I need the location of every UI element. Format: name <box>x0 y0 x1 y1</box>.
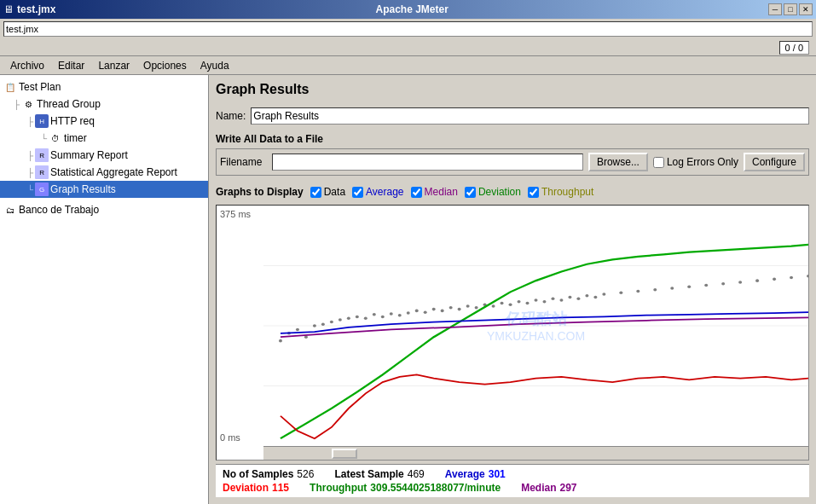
checkbox-data[interactable]: Data <box>310 186 345 198</box>
svg-point-12 <box>347 316 350 320</box>
svg-point-4 <box>279 339 282 343</box>
svg-point-40 <box>585 294 588 298</box>
graph-display-label: Graphs to Display <box>216 186 304 198</box>
check-average[interactable] <box>352 187 363 198</box>
graph-svg-container: 亿码酷站 YMKUZHAN.COM <box>263 206 808 446</box>
check-deviation[interactable] <box>465 187 476 198</box>
sidebar-label-test-plan: Test Plan <box>19 81 61 93</box>
label-throughput: Throughput <box>541 186 593 198</box>
label-median: Median <box>425 186 458 198</box>
svg-point-34 <box>535 298 538 302</box>
svg-point-53 <box>790 276 793 280</box>
http-icon: H <box>35 114 49 128</box>
svg-point-14 <box>364 316 367 320</box>
connector-summary: ├ <box>27 151 33 160</box>
log-errors-checkbox[interactable]: Log Errors Only <box>653 156 738 168</box>
configure-button[interactable]: Configure <box>744 153 805 171</box>
y-axis-bottom: 0 ms <box>220 432 260 443</box>
stat-no-of-samples: No of Samples 526 <box>223 468 314 480</box>
menu-lanzar[interactable]: Lanzar <box>91 58 136 73</box>
statistical-icon: R <box>35 165 49 179</box>
checkbox-deviation[interactable]: Deviation <box>465 186 521 198</box>
svg-point-43 <box>619 291 622 294</box>
sidebar-item-statistical[interactable]: ├ R Statistical Aggregate Report <box>0 164 208 181</box>
stat-latest-sample: Latest Sample 469 <box>334 468 424 480</box>
svg-point-47 <box>687 285 691 288</box>
svg-point-17 <box>390 312 393 316</box>
svg-point-31 <box>509 304 512 307</box>
svg-point-42 <box>602 293 605 296</box>
banco-icon: 🗂 <box>3 203 17 217</box>
menu-bar: Archivo Editar Lanzar Opciones Ayuda <box>0 56 816 75</box>
svg-point-20 <box>415 310 419 313</box>
svg-point-22 <box>432 308 436 311</box>
sidebar-item-thread-group[interactable]: ├ ⚙ Thread Group <box>0 96 208 113</box>
menu-editar[interactable]: Editar <box>51 58 91 73</box>
check-throughput[interactable] <box>528 187 539 198</box>
sidebar-item-graph-results[interactable]: └ G Graph Results <box>0 181 208 198</box>
name-label: Name: <box>216 110 246 122</box>
write-section: Write All Data to a File Filename Browse… <box>216 133 809 182</box>
throughput-value: 309.5544025188077/minute <box>370 482 501 494</box>
svg-point-25 <box>458 308 461 311</box>
stats-row2: Deviation 115 Throughput 309.55440251880… <box>223 482 802 494</box>
deviation-label: Deviation <box>223 482 269 494</box>
svg-point-49 <box>721 282 725 286</box>
maximize-button[interactable]: □ <box>784 3 797 15</box>
check-data[interactable] <box>310 187 321 198</box>
minimize-button[interactable]: ─ <box>768 3 782 15</box>
sidebar-item-test-plan[interactable]: 📋 Test Plan <box>0 78 208 96</box>
counter-display: 0 / 0 <box>779 41 809 55</box>
svg-point-11 <box>339 318 342 322</box>
graph-scrollbar[interactable] <box>263 446 808 460</box>
svg-point-50 <box>738 281 742 284</box>
menu-opciones[interactable]: Opciones <box>136 58 194 73</box>
svg-point-32 <box>518 300 521 304</box>
svg-point-24 <box>449 306 453 310</box>
graph-inner: 375 ms 0 ms <box>217 206 808 446</box>
name-input[interactable] <box>251 107 809 125</box>
check-median[interactable] <box>411 187 422 198</box>
connector-timer: └ <box>41 134 47 143</box>
connector-stat: ├ <box>27 168 33 177</box>
connector-http: ├ <box>27 117 33 126</box>
svg-point-45 <box>653 288 657 292</box>
menu-archivo[interactable]: Archivo <box>3 58 51 73</box>
deviation-value: 115 <box>272 482 289 494</box>
connector-graph: └ <box>27 185 33 194</box>
svg-point-21 <box>424 310 427 314</box>
checkbox-throughput[interactable]: Throughput <box>528 186 593 198</box>
graph-display-row: Graphs to Display Data Average Median De… <box>216 186 809 198</box>
title-filename: test.jmx <box>17 3 55 15</box>
median-label: Median <box>521 482 556 494</box>
sidebar-item-timer[interactable]: └ ⏱ timer <box>0 130 208 147</box>
checkbox-average[interactable]: Average <box>352 186 403 198</box>
svg-point-27 <box>475 306 478 310</box>
svg-point-44 <box>636 290 639 293</box>
scrollbar-thumb[interactable] <box>332 449 357 459</box>
checkbox-median[interactable]: Median <box>411 186 458 198</box>
stat-average: Average 301 <box>445 468 506 480</box>
svg-point-37 <box>559 298 563 302</box>
svg-point-36 <box>551 298 554 301</box>
summary-report-icon: R <box>35 148 49 162</box>
address-bar <box>0 19 816 39</box>
filename-input[interactable] <box>272 154 583 171</box>
svg-point-51 <box>755 279 759 282</box>
address-input[interactable] <box>3 21 813 37</box>
name-row: Name: <box>216 107 809 125</box>
sidebar-item-http-req[interactable]: ├ H HTTP req <box>0 113 208 130</box>
svg-point-30 <box>501 302 504 305</box>
browse-button[interactable]: Browse... <box>588 153 648 171</box>
panel-title: Graph Results <box>216 82 809 97</box>
sidebar-item-summary-report[interactable]: ├ R Summary Report <box>0 147 208 164</box>
close-button[interactable]: ✕ <box>799 3 813 15</box>
menu-ayuda[interactable]: Ayuda <box>194 58 236 73</box>
graph-results-icon: G <box>35 182 49 196</box>
svg-point-15 <box>373 313 376 316</box>
sidebar-item-banco[interactable]: 🗂 Banco de Trabajo <box>0 201 208 218</box>
y-axis-top: 375 ms <box>220 209 260 219</box>
average-label: Average <box>445 468 485 480</box>
log-errors-check[interactable] <box>653 157 664 168</box>
title-icon: 🖥 <box>3 3 14 15</box>
